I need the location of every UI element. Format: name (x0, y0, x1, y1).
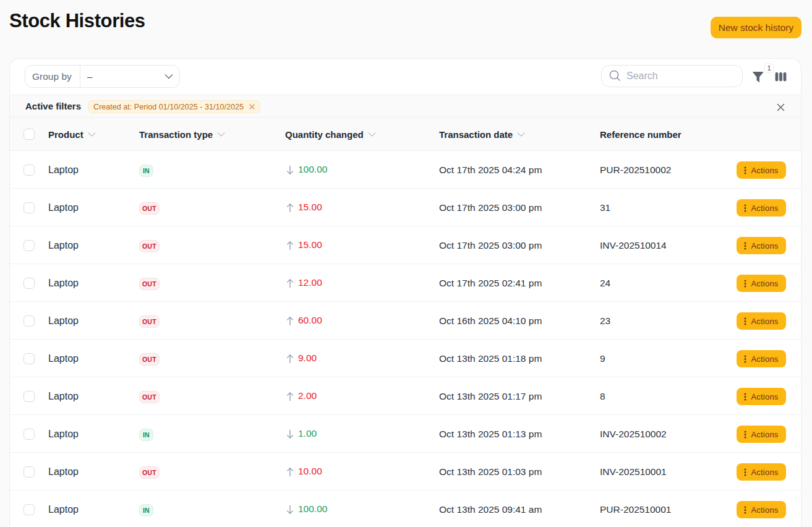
svg-text:1: 1 (767, 64, 771, 72)
